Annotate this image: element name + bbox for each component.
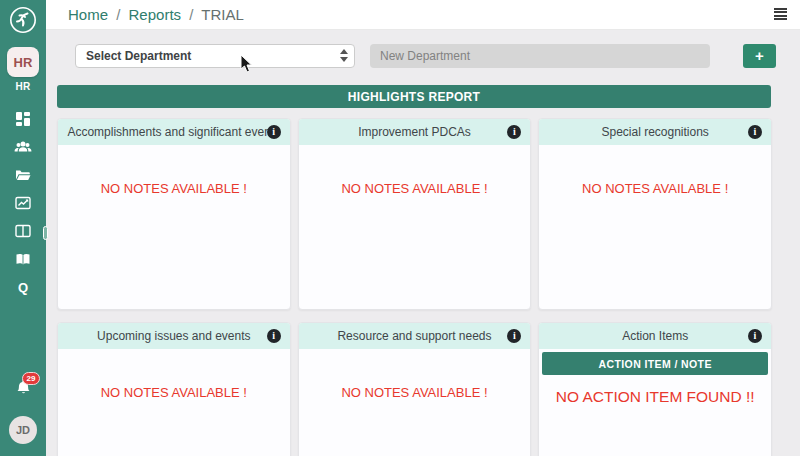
- breadcrumb: Home / Reports / TRIAL: [68, 6, 774, 23]
- no-notes-message: NO NOTES AVAILABLE !: [539, 145, 771, 196]
- user-avatar[interactable]: JD: [9, 416, 37, 444]
- new-department-input[interactable]: [370, 44, 710, 68]
- card-header: Resource and support needs i: [299, 323, 531, 349]
- dashboard-icon: [15, 111, 31, 127]
- card-upcoming-issues: Upcoming issues and events i NO NOTES AV…: [57, 322, 291, 456]
- highlights-report-banner: HIGHLIGHTS REPORT: [57, 85, 771, 108]
- card-header: Accomplishments and significant events i: [58, 119, 290, 145]
- card-title: Improvement PDCAs: [358, 125, 471, 139]
- folder-open-icon: [15, 168, 31, 182]
- sidebar-item-dashboard[interactable]: [0, 105, 46, 133]
- no-notes-message: NO NOTES AVAILABLE !: [299, 349, 531, 400]
- report-cards-grid: Accomplishments and significant events i…: [57, 118, 772, 456]
- app-logo[interactable]: [9, 6, 37, 34]
- no-action-item-message: NO ACTION ITEM FOUND !!: [539, 375, 771, 406]
- add-department-button[interactable]: +: [743, 44, 776, 68]
- breadcrumb-separator: /: [116, 6, 120, 23]
- chart-line-icon: [15, 195, 31, 211]
- card-title: Accomplishments and significant events: [67, 125, 280, 139]
- runner-logo-icon: [9, 20, 37, 37]
- workspace-badge[interactable]: HR: [7, 47, 39, 77]
- info-icon[interactable]: i: [507, 329, 521, 343]
- breadcrumb-separator: /: [189, 6, 193, 23]
- sidebar-item-columns[interactable]: [0, 217, 46, 245]
- users-icon: [14, 140, 32, 154]
- q-icon: Q: [18, 280, 28, 295]
- card-header: Special recognitions i: [539, 119, 771, 145]
- breadcrumb-home[interactable]: Home: [68, 6, 108, 23]
- book-open-icon: [15, 252, 31, 267]
- card-accomplishments: Accomplishments and significant events i…: [57, 118, 291, 310]
- top-bar: Home / Reports / TRIAL: [46, 0, 800, 30]
- info-icon[interactable]: i: [748, 329, 762, 343]
- info-icon[interactable]: i: [507, 125, 521, 139]
- department-select-wrap: Select Department: [75, 44, 355, 68]
- card-title: Special recognitions: [601, 125, 708, 139]
- no-notes-message: NO NOTES AVAILABLE !: [58, 145, 290, 196]
- notifications-button[interactable]: 29: [15, 379, 32, 400]
- card-header: Upcoming issues and events i: [58, 323, 290, 349]
- card-resource-support: Resource and support needs i NO NOTES AV…: [298, 322, 532, 456]
- workspace-label: HR: [15, 81, 30, 92]
- info-icon[interactable]: i: [748, 125, 762, 139]
- card-header: Improvement PDCAs i: [299, 119, 531, 145]
- notification-count-badge: 29: [22, 372, 41, 385]
- breadcrumb-reports[interactable]: Reports: [129, 6, 182, 23]
- sidebar-item-q[interactable]: Q: [0, 273, 46, 301]
- card-action-items: Action Items i ACTION ITEM / NOTE NO ACT…: [538, 322, 772, 456]
- info-icon[interactable]: i: [267, 329, 281, 343]
- info-icon[interactable]: i: [267, 125, 281, 139]
- card-title: Action Items: [622, 329, 688, 343]
- sidebar-item-analytics[interactable]: [0, 189, 46, 217]
- hamburger-icon[interactable]: [774, 8, 787, 21]
- action-item-table-header: ACTION ITEM / NOTE: [542, 352, 768, 375]
- no-notes-message: NO NOTES AVAILABLE !: [299, 145, 531, 196]
- card-special-recognitions: Special recognitions i NO NOTES AVAILABL…: [538, 118, 772, 310]
- sidebar-drag-handle[interactable]: [43, 226, 48, 240]
- sidebar-item-folders[interactable]: [0, 161, 46, 189]
- sidebar-item-people[interactable]: [0, 133, 46, 161]
- department-select[interactable]: Select Department: [75, 44, 355, 68]
- card-improvement-pdcas: Improvement PDCAs i NO NOTES AVAILABLE !: [298, 118, 532, 310]
- no-notes-message: NO NOTES AVAILABLE !: [58, 349, 290, 400]
- card-header: Action Items i: [539, 323, 771, 349]
- columns-icon: [15, 223, 31, 239]
- sidebar-nav: Q: [0, 105, 46, 301]
- card-title: Resource and support needs: [337, 329, 491, 343]
- breadcrumb-current: TRIAL: [201, 6, 244, 23]
- card-title: Upcoming issues and events: [97, 329, 250, 343]
- sidebar-item-library[interactable]: [0, 245, 46, 273]
- sidebar: HR HR: [0, 0, 46, 456]
